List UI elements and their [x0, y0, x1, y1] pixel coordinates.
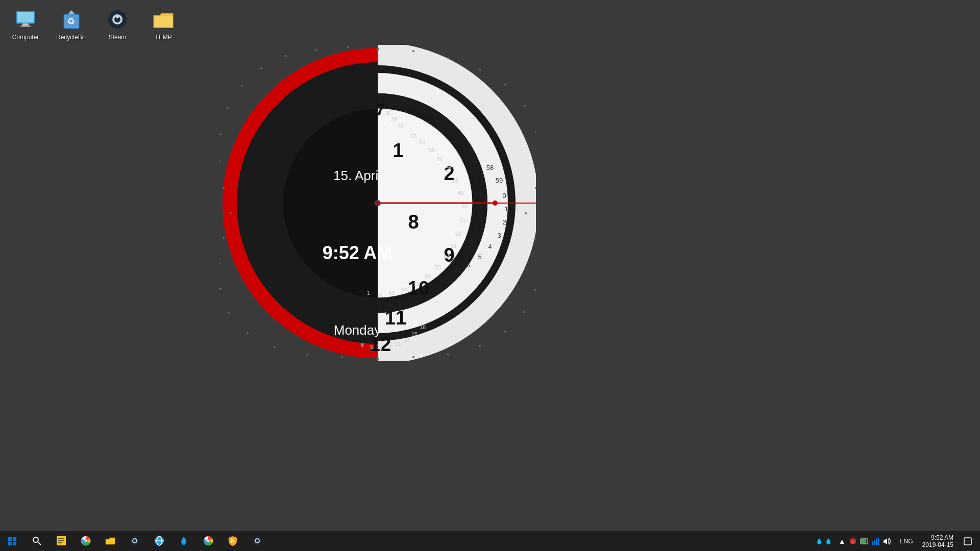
- tray-expand-icon[interactable]: ▲: [839, 537, 846, 545]
- svg-point-98: [228, 312, 230, 314]
- svg-rect-115: [13, 542, 16, 545]
- svg-text:1: 1: [504, 205, 508, 213]
- desktop-icon-computer[interactable]: Computer: [5, 5, 46, 43]
- svg-text:3: 3: [497, 232, 501, 239]
- svg-point-89: [504, 331, 506, 333]
- svg-point-85: [535, 238, 536, 240]
- desktop-icon-steam[interactable]: Steam: [97, 5, 138, 43]
- svg-point-94: [341, 356, 343, 358]
- svg-point-116: [33, 537, 38, 542]
- svg-point-106: [227, 107, 229, 109]
- svg-point-102: [230, 212, 232, 214]
- desktop-icon-recycle[interactable]: ♻ RecycleBin: [51, 5, 92, 43]
- svg-point-103: [223, 187, 225, 189]
- svg-text:10: 10: [403, 337, 409, 343]
- svg-text:1: 1: [367, 290, 370, 296]
- svg-rect-114: [8, 542, 12, 545]
- svg-rect-143: [872, 541, 873, 545]
- svg-point-78: [479, 68, 481, 70]
- svg-point-108: [260, 67, 262, 69]
- svg-point-131: [182, 543, 185, 545]
- taskbar-app-norton[interactable]: N: [220, 531, 245, 552]
- volume-icon[interactable]: [883, 537, 891, 545]
- svg-point-96: [274, 346, 276, 348]
- clock-date: 15. April: [333, 168, 381, 183]
- temp-folder-icon: [151, 7, 176, 32]
- system-icons: ▲ !: [835, 537, 895, 545]
- svg-text:55: 55: [429, 147, 435, 153]
- svg-text:57: 57: [445, 166, 451, 172]
- svg-line-117: [38, 542, 41, 545]
- svg-point-99: [219, 288, 222, 290]
- clock-day: Monday: [334, 322, 381, 338]
- taskbar-app-steam1[interactable]: [122, 531, 147, 552]
- svg-rect-1: [17, 12, 34, 22]
- svg-text:54: 54: [444, 254, 450, 260]
- computer-icon: [13, 7, 38, 32]
- svg-point-101: [223, 237, 225, 239]
- svg-text:53: 53: [410, 133, 416, 139]
- svg-text:59: 59: [389, 290, 395, 296]
- svg-text:7: 7: [453, 267, 457, 275]
- svg-point-80: [524, 105, 526, 107]
- svg-point-111: [347, 46, 349, 48]
- svg-rect-146: [878, 538, 879, 545]
- svg-point-84: [525, 212, 527, 214]
- taskbar-app-steam2[interactable]: [245, 531, 270, 552]
- taskbar-clock[interactable]: 9:52 AM 2019-04-15: [918, 534, 958, 548]
- network-icon: [871, 537, 879, 545]
- svg-text:58: 58: [486, 164, 494, 171]
- desktop-icon-temp[interactable]: TEMP: [143, 5, 184, 43]
- svg-text:58: 58: [401, 286, 407, 292]
- svg-point-79: [504, 84, 506, 86]
- taskbar-app-chrome[interactable]: [74, 531, 98, 552]
- svg-text:51: 51: [459, 217, 465, 223]
- svg-text:1: 1: [393, 140, 403, 161]
- svg-text:59: 59: [496, 177, 503, 184]
- language-indicator[interactable]: ENG: [897, 538, 916, 545]
- svg-text:52: 52: [455, 231, 461, 237]
- svg-text:58: 58: [452, 178, 458, 184]
- steam-icon-label: Steam: [109, 34, 127, 41]
- taskbar-app-ie[interactable]: [147, 531, 172, 552]
- svg-text:0: 0: [502, 192, 506, 199]
- taskbar-app-notes[interactable]: [49, 531, 74, 552]
- notification-button[interactable]: [960, 531, 976, 552]
- svg-text:♻: ♻: [67, 16, 75, 27]
- taskbar-apps: N: [24, 531, 270, 552]
- svg-point-100: [219, 262, 220, 264]
- svg-point-90: [479, 345, 481, 347]
- svg-marker-5: [68, 10, 75, 14]
- svg-text:6: 6: [466, 261, 470, 269]
- desktop-icons: Computer ♻ RecycleBin Steam: [5, 5, 184, 43]
- taskbar-app-chrome2[interactable]: [196, 531, 220, 552]
- svg-text:38: 38: [385, 110, 391, 116]
- svg-point-107: [241, 85, 243, 87]
- taskbar-app-explorer[interactable]: [98, 531, 122, 552]
- svg-point-91: [447, 354, 449, 356]
- svg-rect-142: [861, 539, 866, 543]
- svg-point-109: [285, 55, 287, 57]
- clock-time: 9:52 AM: [323, 242, 393, 263]
- svg-text:3: 3: [388, 344, 391, 350]
- tray-icon-2: [860, 537, 868, 545]
- svg-point-74: [376, 202, 379, 205]
- taskbar-time-display: 9:52 AM: [931, 534, 953, 541]
- taskbar-app-search[interactable]: [24, 531, 49, 552]
- svg-text:15: 15: [411, 331, 418, 337]
- svg-point-138: [256, 539, 259, 542]
- svg-rect-113: [13, 537, 16, 541]
- svg-marker-147: [884, 538, 887, 544]
- taskbar-app-dropbox[interactable]: [172, 531, 196, 552]
- svg-text:7: 7: [376, 101, 385, 119]
- svg-rect-2: [22, 23, 29, 26]
- svg-point-93: [377, 358, 379, 360]
- clock-svg: 1 2 8 9 10 11 12 7 10 50 55 1 2 3 38 39: [219, 45, 536, 361]
- svg-text:5: 5: [370, 344, 373, 350]
- recycle-icon-label: RecycleBin: [56, 34, 87, 41]
- start-button[interactable]: [0, 531, 24, 552]
- computer-icon-label: Computer: [12, 34, 39, 41]
- svg-text:55: 55: [435, 264, 441, 270]
- svg-point-77: [447, 57, 449, 59]
- svg-point-95: [306, 354, 308, 356]
